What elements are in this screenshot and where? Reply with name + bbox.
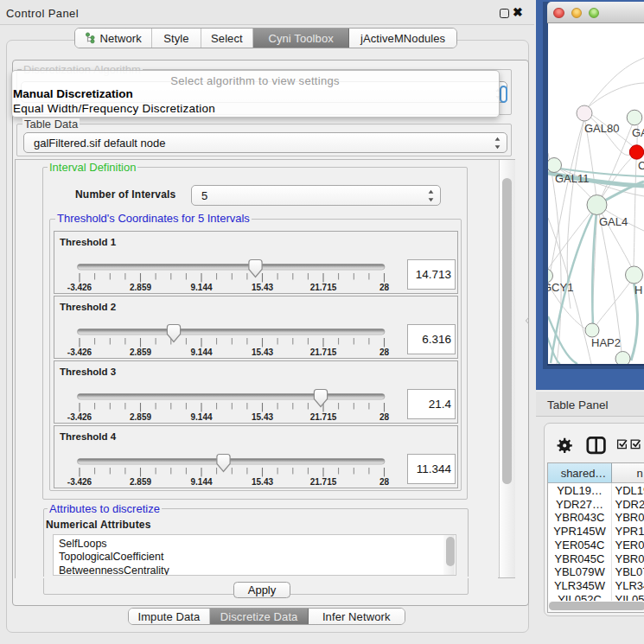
svg-text:GCY1: GCY1 bbox=[548, 281, 573, 294]
svg-text:GAL80: GAL80 bbox=[584, 122, 619, 135]
svg-text:GAL4: GAL4 bbox=[599, 215, 628, 228]
svg-text:H: H bbox=[634, 284, 642, 296]
svg-text:HAP2: HAP2 bbox=[591, 336, 621, 349]
svg-text:GAL11: GAL11 bbox=[555, 172, 590, 185]
svg-text:GA: GA bbox=[632, 126, 644, 139]
svg-text:C: C bbox=[638, 159, 644, 172]
